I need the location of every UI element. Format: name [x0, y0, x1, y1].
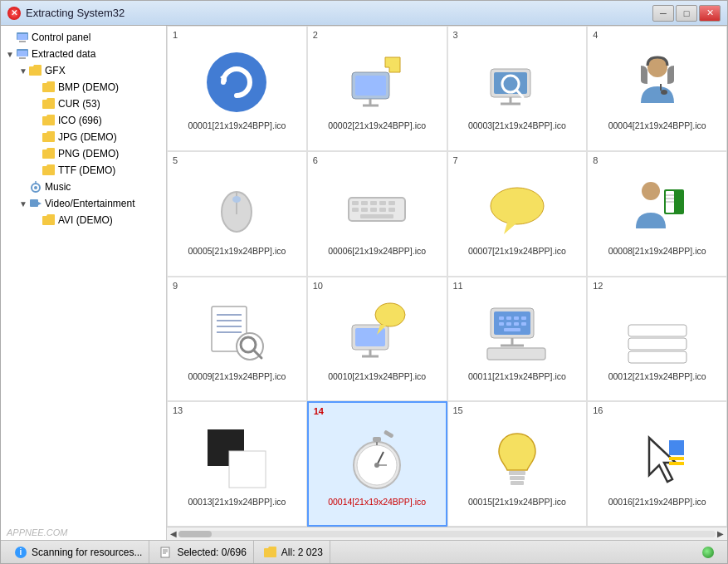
- icon-image-mouse: [203, 174, 270, 241]
- icon-label-11: 00011[21x19x24BPP].ico: [468, 371, 566, 381]
- tree-label-ico: ICO (696): [58, 115, 102, 126]
- folder-icon: [29, 64, 42, 77]
- icon-cell-14[interactable]: 1400014[21x19x24BPP].ico: [307, 401, 447, 527]
- close-button[interactable]: ✕: [699, 5, 721, 22]
- left-panel: Control panel▼Extracted data▼GFXBMP (DEM…: [1, 26, 167, 540]
- icon-label-7: 00007[21x19x24BPP].ico: [468, 246, 566, 256]
- tree-item-bmp[interactable]: BMP (DEMO): [1, 79, 166, 96]
- svg-rect-4: [19, 57, 26, 59]
- icon-cell-10[interactable]: 1000010[21x19x24BPP].ico: [307, 277, 447, 402]
- tree-toggle-extracted-data[interactable]: ▼: [4, 50, 16, 59]
- icon-cell-16[interactable]: 1600016[21x19x24BPP].ico: [587, 401, 727, 527]
- icon-cell-5[interactable]: 500005[21x19x24BPP].ico: [167, 151, 307, 277]
- scroll-right-arrow[interactable]: ▶: [716, 529, 726, 538]
- watermark-text: APPNEE.COM: [7, 527, 67, 537]
- scroll-left-arrow[interactable]: ◀: [169, 529, 178, 538]
- cell-number-15: 15: [453, 405, 463, 415]
- tree-toggle-gfx[interactable]: ▼: [17, 66, 29, 76]
- icon-image-keyboard-monitor: [484, 300, 550, 366]
- icon-image-silver-bars: [624, 300, 691, 366]
- minimize-button[interactable]: ─: [652, 5, 674, 22]
- icon-image-keyboard: [344, 174, 410, 241]
- tree-item-cur[interactable]: CUR (53): [1, 96, 166, 112]
- svg-rect-5: [17, 51, 27, 56]
- folder-icon: [42, 114, 56, 127]
- computer-icon: [16, 47, 29, 61]
- icon-label-9: 00009[21x19x24BPP].ico: [188, 371, 286, 381]
- status-scanning-section: i Scanning for resources...: [7, 541, 149, 563]
- svg-rect-9: [30, 199, 38, 207]
- icon-cell-3[interactable]: 300003[21x19x24BPP].ico: [447, 26, 588, 151]
- icon-cell-2[interactable]: 200002[21x19x24BPP].ico: [307, 26, 447, 151]
- tree-item-control-panel[interactable]: Control panel: [1, 29, 166, 46]
- tree-item-gfx[interactable]: ▼GFX: [1, 62, 166, 79]
- svg-rect-11: [161, 547, 169, 557]
- svg-point-7: [34, 186, 37, 189]
- tree-toggle-video[interactable]: ▼: [17, 199, 29, 208]
- folder-icon: [42, 213, 56, 227]
- status-all-section: All: 2 023: [257, 541, 330, 563]
- icon-label-4: 00004[21x19x24BPP].ico: [608, 120, 706, 130]
- icon-label-5: 00005[21x19x24BPP].ico: [188, 246, 286, 256]
- icon-cell-13[interactable]: 1300013[21x19x24BPP].ico: [167, 401, 307, 527]
- scroll-track: [178, 531, 716, 537]
- icon-cell-12[interactable]: 1200012[21x19x24BPP].ico: [587, 277, 727, 402]
- icon-label-16: 00016[21x19x24BPP].ico: [608, 497, 706, 507]
- status-all-text: All: 2 023: [281, 547, 323, 558]
- tree-label-extracted-data: Extracted data: [32, 48, 95, 60]
- scroll-thumb[interactable]: [178, 531, 212, 537]
- icon-label-10: 00010[21x19x24BPP].ico: [328, 371, 426, 381]
- icon-cell-15[interactable]: 1500015[21x19x24BPP].ico: [447, 401, 588, 527]
- cell-number-10: 10: [313, 281, 323, 291]
- icon-cell-6[interactable]: 600006[21x19x24BPP].ico: [307, 151, 447, 277]
- icon-image-chat-monitor: [344, 49, 410, 115]
- icon-cell-8[interactable]: 800008[21x19x24BPP].ico: [587, 151, 727, 277]
- icon-label-13: 00013[21x19x24BPP].ico: [188, 497, 286, 507]
- cell-number-6: 6: [313, 155, 318, 165]
- tree-item-ttf[interactable]: TTF (DEMO): [1, 162, 166, 179]
- cell-number-3: 3: [453, 30, 458, 40]
- tree-item-avi[interactable]: AVI (DEMO): [1, 212, 166, 228]
- right-panel: 100001[21x19x24BPP].ico200002[21x19x24BP…: [167, 26, 727, 540]
- window-app-icon: ✕: [7, 7, 21, 20]
- cell-number-9: 9: [173, 281, 178, 291]
- icon-cell-9[interactable]: 900009[21x19x24BPP].ico: [167, 277, 307, 402]
- cell-number-4: 4: [593, 30, 598, 40]
- cell-number-11: 11: [453, 281, 463, 291]
- window-title: Extracting System32: [26, 7, 125, 19]
- icon-cell-7[interactable]: 700007[21x19x24BPP].ico: [447, 151, 588, 277]
- svg-marker-10: [38, 202, 42, 205]
- icon-cell-11[interactable]: 1100011[21x19x24BPP].ico: [447, 277, 588, 402]
- cell-number-8: 8: [593, 155, 598, 165]
- maximize-button[interactable]: □: [676, 5, 697, 22]
- tree-item-png[interactable]: PNG (DEMO): [1, 145, 166, 162]
- icon-cell-4[interactable]: 400004[21x19x24BPP].ico: [587, 26, 727, 151]
- tree-item-music[interactable]: Music: [1, 179, 166, 195]
- icon-label-15: 00015[21x19x24BPP].ico: [468, 497, 566, 507]
- icon-image-cursor-icon: [624, 425, 691, 492]
- tree-item-extracted-data[interactable]: ▼Extracted data: [1, 46, 166, 62]
- icon-image-headset-person: [624, 49, 691, 115]
- tree-item-jpg[interactable]: JPG (DEMO): [1, 129, 166, 145]
- title-bar-controls: ─ □ ✕: [652, 5, 721, 22]
- tree-item-video[interactable]: ▼Video/Entertainment: [1, 195, 166, 212]
- icon-grid: 100001[21x19x24BPP].ico200002[21x19x24BP…: [167, 26, 727, 527]
- icon-image-black-square: [203, 425, 270, 492]
- icon-image-lightbulb: [484, 425, 550, 492]
- icon-label-12: 00012[21x19x24BPP].ico: [608, 371, 706, 381]
- icon-cell-1[interactable]: 100001[21x19x24BPP].ico: [167, 26, 307, 151]
- folder-icon: [42, 81, 56, 94]
- page-icon: [159, 546, 173, 559]
- computer-icon: [16, 31, 29, 44]
- tree-item-ico[interactable]: ICO (696): [1, 112, 166, 129]
- horizontal-scrollbar[interactable]: ◀ ▶: [167, 527, 727, 540]
- folder-icon: [42, 147, 56, 160]
- icon-image-doc-search: [203, 300, 270, 366]
- cell-number-12: 12: [593, 281, 603, 291]
- tree-label-jpg: JPG (DEMO): [58, 131, 117, 143]
- icon-image-refresh-blue: [203, 49, 270, 115]
- tree-label-cur: CUR (53): [58, 98, 100, 110]
- status-selected-text: Selected: 0/696: [177, 547, 246, 558]
- icon-label-14: 00014[21x19x24BPP].ico: [328, 497, 426, 507]
- main-layout: Control panel▼Extracted data▼GFXBMP (DEM…: [1, 26, 727, 540]
